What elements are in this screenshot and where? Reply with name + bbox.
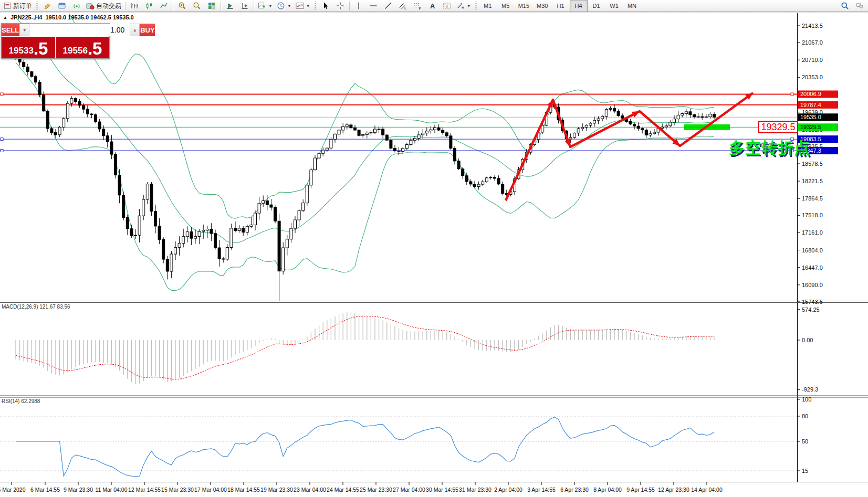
axis-label: 20710.0 [802, 57, 823, 63]
channel-button[interactable]: E [395, 0, 410, 12]
auto-scroll-button[interactable] [223, 0, 237, 12]
cursor-button[interactable] [318, 0, 333, 12]
axis-label: 16090.0 [802, 282, 823, 288]
line-handle[interactable] [1, 93, 3, 96]
volume-input[interactable] [29, 24, 130, 36]
trend-zigzag-arrow[interactable] [506, 93, 753, 200]
time-label: 6 Mar 14:55 [30, 487, 60, 493]
macd-signal-line [16, 316, 714, 379]
candlestick [38, 82, 41, 95]
candlestick [669, 122, 672, 126]
new-order-button[interactable]: 新订单 [1, 0, 34, 12]
zoom-in-button[interactable] [175, 0, 190, 12]
line-handle[interactable] [1, 138, 3, 141]
crosshair-button[interactable] [333, 0, 348, 12]
candlestick [374, 129, 377, 133]
rsi-pane[interactable] [0, 416, 797, 477]
candlestick [182, 237, 185, 244]
metaeditor-button[interactable] [55, 0, 69, 12]
chat-button[interactable] [852, 0, 867, 12]
time-label: 17 Mar 04:00 [194, 487, 227, 493]
bar-chart-button[interactable] [127, 0, 142, 12]
zoom-out-button[interactable] [190, 0, 204, 12]
toolbar-separator [349, 2, 350, 10]
linechart-icon [160, 2, 168, 10]
periods-button[interactable]: ▼ [275, 0, 294, 12]
line-handle[interactable] [1, 150, 3, 152]
candlestick [609, 108, 612, 109]
timeframe-d1[interactable]: D1 [588, 0, 605, 12]
candlestick [222, 259, 225, 259]
chat-icon [855, 2, 864, 10]
chart-shift-button[interactable] [237, 0, 252, 12]
price-pane[interactable] [0, 0, 797, 305]
candlestick [346, 125, 348, 126]
autotrading-button[interactable]: 自动交易 [84, 0, 123, 12]
candlestick [689, 112, 692, 115]
templates-button[interactable]: ▼ [294, 0, 312, 12]
timeframe-m1[interactable]: M1 [479, 0, 497, 12]
timeframe-w1[interactable]: W1 [605, 0, 623, 12]
collapse-arrow-icon[interactable]: ▲ [3, 15, 7, 20]
candlestick [82, 105, 85, 109]
candlestick [118, 175, 121, 195]
candlestick [414, 138, 416, 140]
timeframe-m5[interactable]: M5 [497, 0, 515, 12]
timeframe-mn[interactable]: MN [623, 0, 641, 12]
macd-pane[interactable] [16, 312, 714, 384]
axis-label: 15 [802, 468, 808, 474]
candlestick [278, 221, 280, 271]
volume-increase-button[interactable]: ▲ [130, 24, 140, 36]
volume-decrease-button[interactable]: ▼ [19, 24, 29, 36]
price-level-callout[interactable]: 19329.5 [758, 121, 798, 133]
timeframe-h1[interactable]: H1 [552, 0, 570, 12]
fibonacci-button[interactable]: F [410, 0, 425, 12]
candlestick [385, 135, 388, 140]
candlestick [485, 178, 488, 182]
main-chart[interactable]: 21413.521067.020710.020353.019639.019282… [0, 0, 868, 497]
tile-windows-button[interactable] [204, 0, 219, 12]
candlestick [501, 184, 504, 194]
axis-label: 21067.0 [802, 39, 823, 46]
candle-chart-button[interactable] [142, 0, 156, 12]
styler-button[interactable] [40, 0, 55, 12]
sell-price[interactable]: 19533 .5 [2, 37, 55, 58]
turning-point-annotation[interactable]: 多空转折点 [729, 138, 810, 159]
line-handle[interactable] [791, 93, 793, 96]
timeframe-m15[interactable]: M15 [515, 0, 533, 12]
trendline-button[interactable] [381, 0, 395, 12]
buy-button[interactable]: BUY [140, 24, 154, 36]
rsi-line [16, 417, 714, 477]
vline-button[interactable] [351, 0, 366, 12]
buy-price-fraction: .5 [88, 41, 102, 57]
buy-price[interactable]: 19556 .5 [56, 37, 109, 58]
axis-label: 574.25 [802, 306, 820, 313]
sell-button[interactable]: SELL [2, 24, 19, 36]
arrows-button[interactable]: ▼ [454, 0, 473, 12]
axes: 21413.521067.020710.020353.019639.019282… [0, 13, 868, 493]
timeframe-m30[interactable]: M30 [533, 0, 551, 12]
timeframe-h4[interactable]: H4 [570, 0, 588, 12]
text-button[interactable]: A [425, 0, 440, 12]
axis-label: -929.3 [802, 386, 818, 393]
search-button[interactable] [838, 0, 852, 12]
candlestick [581, 128, 584, 129]
fibo-icon: F [413, 2, 422, 10]
candlestick [294, 220, 297, 228]
line-chart-button[interactable] [156, 0, 171, 12]
candlestick [238, 228, 240, 230]
axis-label: 18578.5 [802, 161, 823, 167]
candlestick [214, 234, 217, 248]
candlestick [482, 182, 484, 184]
signals-button[interactable] [69, 0, 84, 12]
hline-button[interactable] [366, 0, 381, 12]
candlestick [134, 235, 137, 236]
label-button[interactable]: T [440, 0, 454, 12]
time-label: 12 Apr 23:30 [658, 487, 689, 493]
candlestick [298, 210, 300, 220]
brush-icon [43, 2, 51, 10]
candlestick [637, 126, 640, 129]
candlestick [254, 213, 257, 225]
chartshift-icon [240, 2, 249, 10]
new-chart-button[interactable]: ▼ [256, 0, 275, 12]
